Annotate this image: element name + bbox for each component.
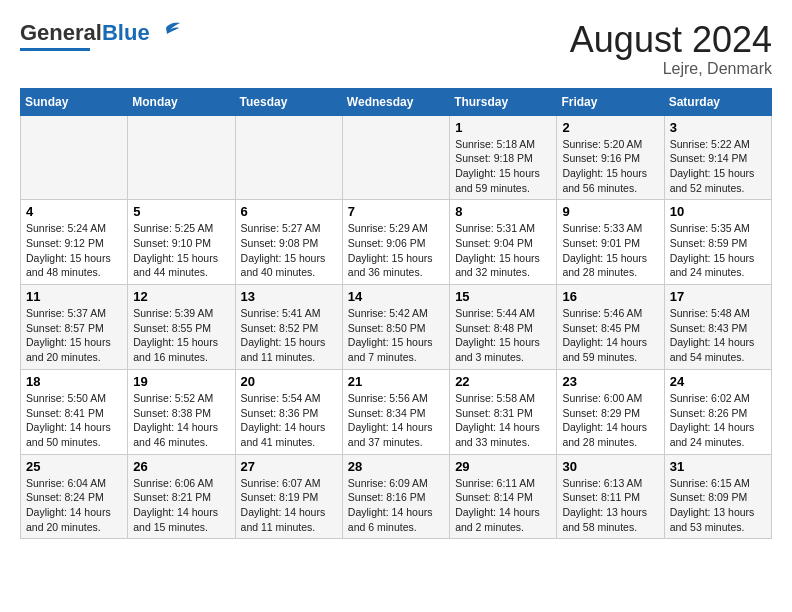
calendar-cell: 4Sunrise: 5:24 AM Sunset: 9:12 PM Daylig… (21, 200, 128, 285)
calendar-cell: 18Sunrise: 5:50 AM Sunset: 8:41 PM Dayli… (21, 369, 128, 454)
day-info: Sunrise: 5:22 AM Sunset: 9:14 PM Dayligh… (670, 137, 766, 196)
calendar-week-4: 18Sunrise: 5:50 AM Sunset: 8:41 PM Dayli… (21, 369, 772, 454)
day-info: Sunrise: 6:06 AM Sunset: 8:21 PM Dayligh… (133, 476, 229, 535)
day-number: 7 (348, 204, 444, 219)
day-number: 28 (348, 459, 444, 474)
calendar-cell: 16Sunrise: 5:46 AM Sunset: 8:45 PM Dayli… (557, 285, 664, 370)
day-number: 16 (562, 289, 658, 304)
day-number: 1 (455, 120, 551, 135)
calendar-cell: 27Sunrise: 6:07 AM Sunset: 8:19 PM Dayli… (235, 454, 342, 539)
col-sunday: Sunday (21, 88, 128, 115)
day-info: Sunrise: 6:13 AM Sunset: 8:11 PM Dayligh… (562, 476, 658, 535)
calendar-table: Sunday Monday Tuesday Wednesday Thursday… (20, 88, 772, 540)
day-number: 18 (26, 374, 122, 389)
day-number: 13 (241, 289, 337, 304)
calendar-cell: 6Sunrise: 5:27 AM Sunset: 9:08 PM Daylig… (235, 200, 342, 285)
day-number: 9 (562, 204, 658, 219)
day-number: 21 (348, 374, 444, 389)
calendar-cell: 22Sunrise: 5:58 AM Sunset: 8:31 PM Dayli… (450, 369, 557, 454)
logo-blue-text: Blue (102, 20, 150, 46)
calendar-cell (342, 115, 449, 200)
calendar-subtitle: Lejre, Denmark (570, 60, 772, 78)
calendar-cell: 9Sunrise: 5:33 AM Sunset: 9:01 PM Daylig… (557, 200, 664, 285)
day-number: 23 (562, 374, 658, 389)
day-info: Sunrise: 6:09 AM Sunset: 8:16 PM Dayligh… (348, 476, 444, 535)
calendar-cell: 5Sunrise: 5:25 AM Sunset: 9:10 PM Daylig… (128, 200, 235, 285)
col-wednesday: Wednesday (342, 88, 449, 115)
calendar-cell: 15Sunrise: 5:44 AM Sunset: 8:48 PM Dayli… (450, 285, 557, 370)
day-number: 31 (670, 459, 766, 474)
col-friday: Friday (557, 88, 664, 115)
day-info: Sunrise: 5:25 AM Sunset: 9:10 PM Dayligh… (133, 221, 229, 280)
day-info: Sunrise: 6:07 AM Sunset: 8:19 PM Dayligh… (241, 476, 337, 535)
calendar-cell (235, 115, 342, 200)
calendar-cell: 28Sunrise: 6:09 AM Sunset: 8:16 PM Dayli… (342, 454, 449, 539)
logo: General Blue (20, 20, 180, 51)
calendar-cell: 10Sunrise: 5:35 AM Sunset: 8:59 PM Dayli… (664, 200, 771, 285)
title-block: August 2024 Lejre, Denmark (570, 20, 772, 78)
calendar-cell: 31Sunrise: 6:15 AM Sunset: 8:09 PM Dayli… (664, 454, 771, 539)
day-info: Sunrise: 5:39 AM Sunset: 8:55 PM Dayligh… (133, 306, 229, 365)
logo-bird-icon (152, 20, 180, 42)
day-number: 10 (670, 204, 766, 219)
day-number: 25 (26, 459, 122, 474)
calendar-cell: 13Sunrise: 5:41 AM Sunset: 8:52 PM Dayli… (235, 285, 342, 370)
calendar-week-1: 1Sunrise: 5:18 AM Sunset: 9:18 PM Daylig… (21, 115, 772, 200)
calendar-cell: 19Sunrise: 5:52 AM Sunset: 8:38 PM Dayli… (128, 369, 235, 454)
day-info: Sunrise: 5:29 AM Sunset: 9:06 PM Dayligh… (348, 221, 444, 280)
day-info: Sunrise: 5:44 AM Sunset: 8:48 PM Dayligh… (455, 306, 551, 365)
calendar-cell: 29Sunrise: 6:11 AM Sunset: 8:14 PM Dayli… (450, 454, 557, 539)
calendar-cell: 8Sunrise: 5:31 AM Sunset: 9:04 PM Daylig… (450, 200, 557, 285)
logo-divider (20, 48, 90, 51)
col-monday: Monday (128, 88, 235, 115)
calendar-cell: 1Sunrise: 5:18 AM Sunset: 9:18 PM Daylig… (450, 115, 557, 200)
day-number: 15 (455, 289, 551, 304)
day-info: Sunrise: 5:33 AM Sunset: 9:01 PM Dayligh… (562, 221, 658, 280)
day-info: Sunrise: 6:02 AM Sunset: 8:26 PM Dayligh… (670, 391, 766, 450)
day-info: Sunrise: 5:52 AM Sunset: 8:38 PM Dayligh… (133, 391, 229, 450)
calendar-cell: 24Sunrise: 6:02 AM Sunset: 8:26 PM Dayli… (664, 369, 771, 454)
col-tuesday: Tuesday (235, 88, 342, 115)
calendar-cell (128, 115, 235, 200)
calendar-cell (21, 115, 128, 200)
day-info: Sunrise: 5:46 AM Sunset: 8:45 PM Dayligh… (562, 306, 658, 365)
calendar-week-3: 11Sunrise: 5:37 AM Sunset: 8:57 PM Dayli… (21, 285, 772, 370)
calendar-cell: 12Sunrise: 5:39 AM Sunset: 8:55 PM Dayli… (128, 285, 235, 370)
day-number: 30 (562, 459, 658, 474)
day-number: 22 (455, 374, 551, 389)
day-info: Sunrise: 5:20 AM Sunset: 9:16 PM Dayligh… (562, 137, 658, 196)
page-header: General Blue August 2024 Lejre, Denmark (20, 20, 772, 78)
day-info: Sunrise: 5:41 AM Sunset: 8:52 PM Dayligh… (241, 306, 337, 365)
logo-general-text: General (20, 20, 102, 46)
day-number: 19 (133, 374, 229, 389)
day-number: 14 (348, 289, 444, 304)
day-number: 26 (133, 459, 229, 474)
col-thursday: Thursday (450, 88, 557, 115)
day-number: 4 (26, 204, 122, 219)
calendar-cell: 17Sunrise: 5:48 AM Sunset: 8:43 PM Dayli… (664, 285, 771, 370)
day-number: 2 (562, 120, 658, 135)
calendar-week-2: 4Sunrise: 5:24 AM Sunset: 9:12 PM Daylig… (21, 200, 772, 285)
day-number: 20 (241, 374, 337, 389)
calendar-cell: 30Sunrise: 6:13 AM Sunset: 8:11 PM Dayli… (557, 454, 664, 539)
day-info: Sunrise: 5:50 AM Sunset: 8:41 PM Dayligh… (26, 391, 122, 450)
day-info: Sunrise: 5:35 AM Sunset: 8:59 PM Dayligh… (670, 221, 766, 280)
calendar-cell: 20Sunrise: 5:54 AM Sunset: 8:36 PM Dayli… (235, 369, 342, 454)
calendar-header-row: Sunday Monday Tuesday Wednesday Thursday… (21, 88, 772, 115)
day-number: 6 (241, 204, 337, 219)
col-saturday: Saturday (664, 88, 771, 115)
calendar-cell: 26Sunrise: 6:06 AM Sunset: 8:21 PM Dayli… (128, 454, 235, 539)
day-number: 12 (133, 289, 229, 304)
day-info: Sunrise: 5:37 AM Sunset: 8:57 PM Dayligh… (26, 306, 122, 365)
calendar-cell: 7Sunrise: 5:29 AM Sunset: 9:06 PM Daylig… (342, 200, 449, 285)
calendar-cell: 11Sunrise: 5:37 AM Sunset: 8:57 PM Dayli… (21, 285, 128, 370)
calendar-cell: 2Sunrise: 5:20 AM Sunset: 9:16 PM Daylig… (557, 115, 664, 200)
day-number: 24 (670, 374, 766, 389)
day-info: Sunrise: 5:54 AM Sunset: 8:36 PM Dayligh… (241, 391, 337, 450)
day-info: Sunrise: 6:15 AM Sunset: 8:09 PM Dayligh… (670, 476, 766, 535)
day-info: Sunrise: 6:11 AM Sunset: 8:14 PM Dayligh… (455, 476, 551, 535)
day-number: 8 (455, 204, 551, 219)
calendar-cell: 25Sunrise: 6:04 AM Sunset: 8:24 PM Dayli… (21, 454, 128, 539)
calendar-cell: 3Sunrise: 5:22 AM Sunset: 9:14 PM Daylig… (664, 115, 771, 200)
day-number: 11 (26, 289, 122, 304)
